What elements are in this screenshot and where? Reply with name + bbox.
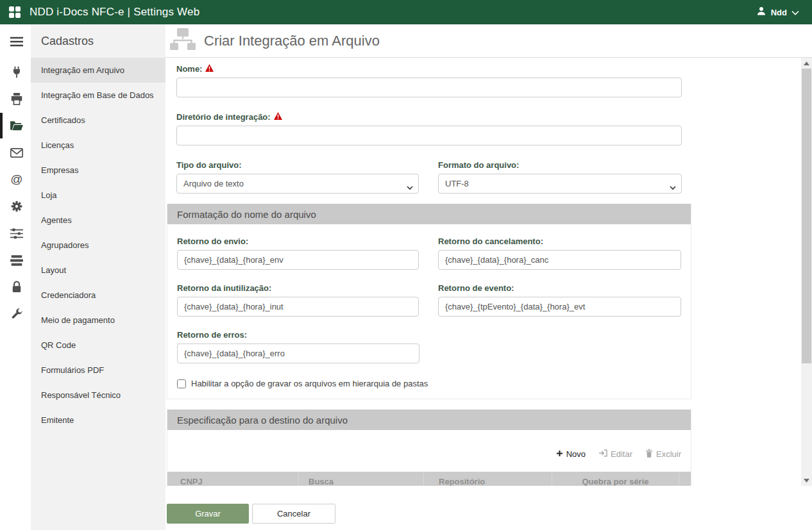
sidebar-item-responsavel-tecnico[interactable]: Responsável Técnico <box>31 383 165 408</box>
plus-icon <box>556 449 563 459</box>
page-header: Criar Integração em Arquivo <box>165 24 812 58</box>
sidebar-item-empresas[interactable]: Empresas <box>31 158 165 183</box>
gear-icon[interactable] <box>0 194 31 219</box>
sidebar-item-integracao-em-base-de-dados[interactable]: Integração em Base de Dados <box>31 83 165 108</box>
column-header-spacer <box>679 472 691 486</box>
lock-icon[interactable] <box>0 274 31 300</box>
sidebar-item-integracao-em-arquivo[interactable]: Integração em Arquivo <box>31 58 165 83</box>
topbar: NDD i-Docs NFC-e | Settings Web Ndd <box>0 0 812 24</box>
folder-open-icon[interactable] <box>0 113 31 138</box>
menu-icon[interactable] <box>0 32 31 51</box>
sidebar-item-qr-code[interactable]: QR Code <box>31 333 165 358</box>
scroll-up-button[interactable] <box>801 58 812 69</box>
chevron-down-icon <box>791 6 799 18</box>
retorno-erros-label: Retorno de erros: <box>177 329 247 340</box>
formato-arquivo-label: Formato do arquivo: <box>438 160 519 170</box>
sidebar-item-loja[interactable]: Loja <box>31 183 165 208</box>
user-name: Ndd <box>771 8 787 17</box>
list-bars-icon[interactable] <box>0 247 31 273</box>
excluir-button[interactable]: Excluir <box>645 447 681 461</box>
page-title: Criar Integração em Arquivo <box>204 33 380 49</box>
nome-input[interactable] <box>176 78 682 97</box>
retorno-inutilizacao-label: Retorno da inutilização: <box>177 283 271 294</box>
diretorio-field-group: Diretório de integração: <box>176 112 682 145</box>
retorno-erros-input[interactable] <box>177 344 419 363</box>
formato-arquivo-select[interactable]: UTF-8 <box>438 174 682 194</box>
column-header-busca: Busca <box>299 472 424 486</box>
app-title: NDD i-Docs NFC-e | Settings Web <box>30 6 199 19</box>
section-formatacao: Formatação do nome do arquivo Retorno do… <box>167 204 691 399</box>
form-footer: Gravar Cancelar <box>165 486 812 530</box>
retorno-envio-label: Retorno do envio: <box>177 236 248 247</box>
scroll-down-button[interactable] <box>801 475 812 486</box>
user-icon <box>756 6 766 19</box>
destino-toolbar: Novo Editar <box>167 447 691 461</box>
scrollbar-thumb[interactable] <box>802 69 811 363</box>
tipo-formato-row: Tipo do arquivo: Arquivo de texto Format… <box>176 160 682 194</box>
sidebar-item-certificados[interactable]: Certificados <box>31 108 165 133</box>
wrench-icon[interactable] <box>0 301 31 327</box>
hierarquia-pastas-row: Habilitar a opção de gravar os arquivos … <box>177 379 681 388</box>
sidebar-item-formularios-pdf[interactable]: Formulários PDF <box>31 358 165 383</box>
retorno-evento-label: Retorno de evento: <box>438 283 514 294</box>
required-warning-icon <box>274 112 282 122</box>
tipo-arquivo-label: Tipo do arquivo: <box>176 160 242 170</box>
sidebar-item-layout[interactable]: Layout <box>31 258 165 283</box>
sidebar-item-credenciadora[interactable]: Credenciadora <box>31 283 165 308</box>
sidebar-item-agentes[interactable]: Agentes <box>31 208 165 233</box>
nome-label: Nome: <box>176 63 202 74</box>
hierarquia-pastas-label: Habilitar a opção de gravar os arquivos … <box>191 379 428 388</box>
sidebar: Cadastros Integração em Arquivo Integraç… <box>31 24 165 530</box>
form: Nome: Diretório de integração: <box>165 58 801 486</box>
retorno-envio-input[interactable] <box>177 250 419 270</box>
retorno-cancelamento-input[interactable] <box>438 250 681 270</box>
cancelar-button[interactable]: Cancelar <box>252 504 335 524</box>
section-formatacao-title: Formatação do nome do arquivo <box>167 204 691 224</box>
nome-field-group: Nome: <box>176 63 682 97</box>
diretorio-integracao-input[interactable] <box>176 126 682 145</box>
required-warning-icon <box>205 63 214 74</box>
editar-button[interactable]: Editar <box>598 447 632 461</box>
section-destino-title: Especificação para o destino do arquivo <box>167 410 691 430</box>
sidebar-header: Cadastros <box>31 24 165 58</box>
form-scroll-area: Nome: Diretório de integração: <box>165 58 812 486</box>
column-header-cnpj: CNPJ <box>167 472 299 486</box>
sidebar-item-meio-de-pagamento[interactable]: Meio de pagamento <box>31 308 165 333</box>
diretorio-label: Diretório de integração: <box>176 112 271 122</box>
retorno-inutilizacao-input[interactable] <box>177 297 419 317</box>
trash-icon <box>645 449 653 460</box>
sidebar-item-agrupadores[interactable]: Agrupadores <box>31 233 165 258</box>
sidebar-item-licencas[interactable]: Licenças <box>31 133 165 158</box>
retorno-evento-input[interactable] <box>438 297 681 317</box>
sidebar-item-emitente[interactable]: Emitente <box>31 408 165 433</box>
icon-rail: @ <box>0 24 31 530</box>
hierarquia-pastas-checkbox[interactable] <box>177 379 186 388</box>
column-header-repositorio: Repositório <box>424 472 552 486</box>
printer-icon[interactable] <box>0 86 31 112</box>
gravar-button[interactable]: Gravar <box>167 504 249 524</box>
at-sign-icon[interactable]: @ <box>0 167 31 192</box>
retorno-cancelamento-label: Retorno do cancelamento: <box>438 236 543 247</box>
integration-page-icon <box>168 26 198 56</box>
destino-table-header: CNPJ Busca Repositório Quebra por série <box>167 472 691 486</box>
novo-button[interactable]: Novo <box>556 447 586 461</box>
vertical-scrollbar[interactable] <box>801 58 812 486</box>
section-destino: Especificação para o destino do arquivo … <box>167 410 691 486</box>
envelope-icon[interactable] <box>0 140 31 165</box>
sliders-icon[interactable] <box>0 220 31 246</box>
column-header-quebra-por-serie: Quebra por série <box>552 472 679 486</box>
tipo-arquivo-select[interactable]: Arquivo de texto <box>176 174 419 194</box>
edit-arrow-icon <box>598 449 607 459</box>
plug-icon[interactable] <box>0 59 31 85</box>
user-menu[interactable]: Ndd <box>756 6 803 19</box>
main-content: Criar Integração em Arquivo Nome: <box>165 24 812 530</box>
app-logo-icon <box>9 6 21 18</box>
